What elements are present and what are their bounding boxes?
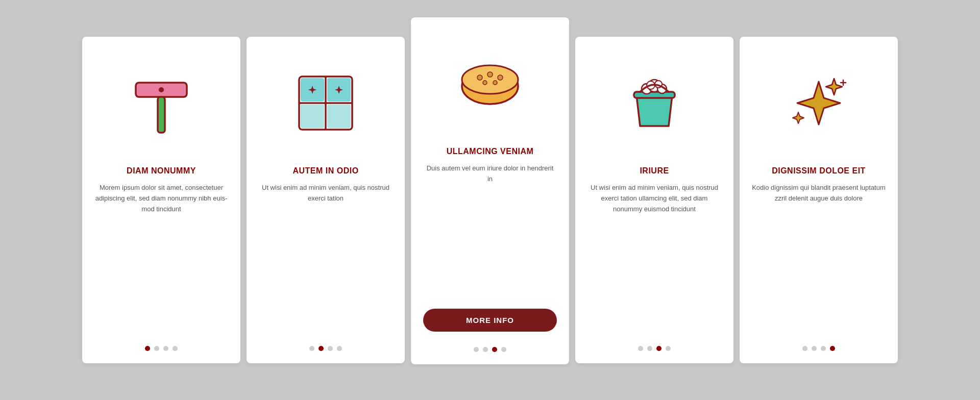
dot [309,346,314,351]
dot [666,346,671,351]
dot [163,346,168,351]
dot [656,346,662,351]
svg-point-12 [477,75,482,80]
card-3-title: ULLAMCING VENIAM [447,147,534,156]
card-1-icon-area [94,52,228,154]
card-1-dots [145,346,178,351]
card-3-dots [474,347,506,352]
dot [812,346,817,351]
squeegee-icon [126,67,197,139]
card-5-title: DIGNISSIM DOLOE EIT [772,166,866,176]
svg-point-15 [483,81,487,85]
card-3-icon-area [423,33,557,135]
card-1-title: DIAM NONUMMY [127,166,196,176]
dot [328,346,333,351]
svg-point-2 [159,87,164,92]
card-5: DIGNISSIM DOLOE EIT Kodio dignissim qui … [740,37,898,363]
svg-point-11 [462,65,518,94]
svg-rect-9 [327,105,351,128]
svg-point-13 [487,72,493,77]
dot [318,346,324,351]
dot [830,346,835,351]
more-info-button[interactable]: MORE INFO [423,309,557,332]
svg-point-16 [493,81,497,85]
card-4-dots [638,346,671,351]
dot [337,346,342,351]
bucket-icon [619,67,690,139]
card-4: IRIURE Ut wisi enim ad minim veniam, qui… [575,37,733,363]
card-2-text: Ut wisi enim ad minim veniam, quis nostr… [259,183,393,336]
card-5-text: Kodio dignissim qui blandit praesent lup… [752,183,886,336]
dot [647,346,652,351]
sponge-icon [454,48,526,119]
card-5-dots [802,346,835,351]
dot [802,346,807,351]
dot [173,346,178,351]
cards-container: DIAM NONUMMY Morem ipsum dolor sit amet,… [52,6,928,394]
card-4-icon-area [587,52,721,154]
card-2-icon-area [259,52,393,154]
window-icon [290,67,361,139]
svg-rect-1 [158,97,165,133]
card-1-text: Morem ipsum dolor sit amet, consectetuer… [94,183,228,336]
card-1: DIAM NONUMMY Morem ipsum dolor sit amet,… [82,37,240,363]
card-2-dots [309,346,342,351]
card-5-icon-area [752,52,886,154]
card-2-title: AUTEM IN ODIO [292,166,358,176]
dot [492,347,497,352]
dot [145,346,150,351]
card-2: AUTEM IN ODIO Ut wisi enim ad minim veni… [247,37,405,363]
svg-rect-17 [634,92,675,98]
sparkles-icon [783,67,854,139]
svg-point-14 [498,75,503,80]
card-4-text: Ut wisi enim ad minim veniam, quis nostr… [587,183,721,336]
dot [821,346,826,351]
card-3-text: Duis autem vel eum iriure dolor in hendr… [423,163,557,299]
dot [154,346,159,351]
card-4-title: IRIURE [640,166,669,176]
dot [483,347,488,352]
svg-rect-8 [301,105,324,128]
card-3: ULLAMCING VENIAM Duis autem vel eum iriu… [411,17,569,364]
dot [474,347,479,352]
dot [638,346,643,351]
dot [501,347,506,352]
